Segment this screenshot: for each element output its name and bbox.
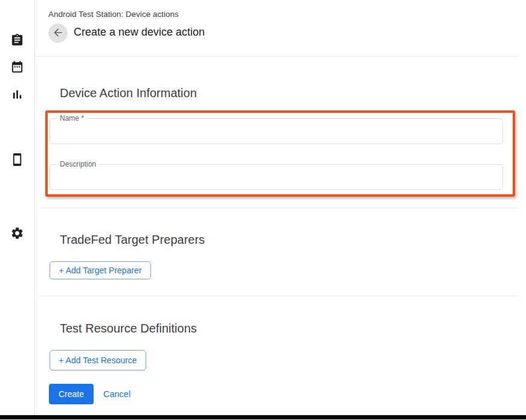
sidebar	[0, 0, 35, 415]
header-divider	[35, 56, 518, 57]
sidebar-item-calendar[interactable]	[9, 60, 25, 76]
description-field-container: Description	[50, 164, 503, 190]
name-field-container: Name *	[50, 118, 503, 144]
cancel-button[interactable]: Cancel	[103, 389, 130, 399]
sidebar-item-clipboard[interactable]	[9, 33, 25, 49]
page-title: Create a new device action	[74, 26, 205, 39]
smartphone-icon	[10, 153, 24, 169]
add-test-resource-button[interactable]: + Add Test Resource	[50, 350, 146, 371]
description-field-label: Description	[57, 160, 99, 169]
name-field-label: Name *	[57, 114, 87, 123]
sidebar-item-settings[interactable]	[9, 226, 25, 242]
calendar-icon	[10, 60, 24, 77]
section-divider	[40, 208, 518, 208]
gear-icon	[10, 226, 24, 243]
name-input[interactable]	[50, 119, 502, 144]
sidebar-item-device[interactable]	[9, 153, 25, 168]
window-bottom-border	[0, 415, 526, 419]
section-divider	[40, 296, 518, 296]
add-target-preparer-button[interactable]: + Add Target Preparer	[50, 261, 151, 279]
section-heading-test-resources: Test Resource Definitions	[60, 322, 197, 336]
back-button[interactable]	[48, 24, 68, 43]
create-button[interactable]: Create	[49, 384, 94, 404]
section-heading-target-preparers: TradeFed Target Preparers	[60, 233, 205, 247]
clipboard-icon	[10, 33, 24, 49]
bar-chart-icon	[10, 88, 24, 104]
sidebar-item-bar-chart[interactable]	[9, 88, 25, 103]
section-heading-device-action-info: Device Action Information	[60, 86, 197, 100]
description-input[interactable]	[50, 165, 502, 189]
arrow-back-icon	[52, 27, 64, 40]
breadcrumb: Android Test Station: Device actions	[48, 10, 179, 19]
